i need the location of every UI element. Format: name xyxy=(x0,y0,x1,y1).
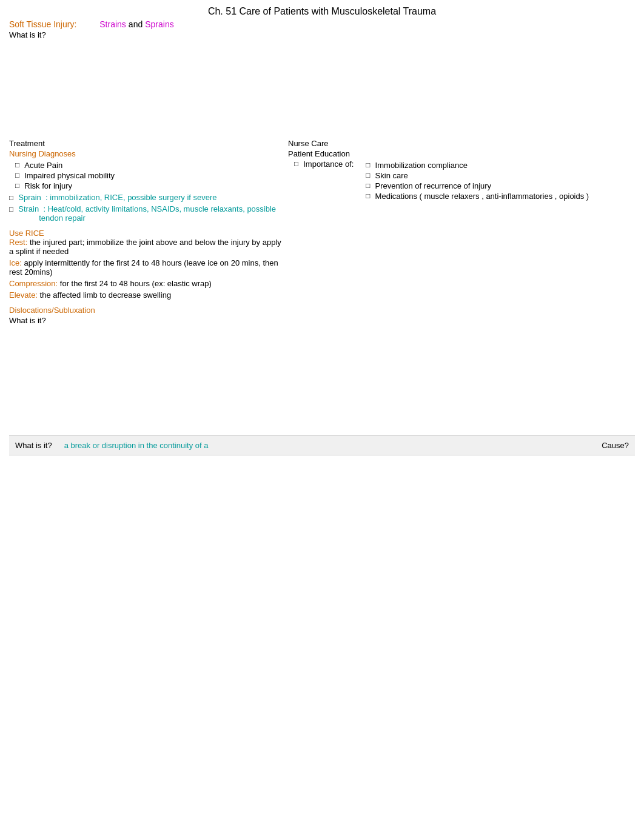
compression-text: for the first 24 to 48 hours (ex: elasti… xyxy=(60,279,212,288)
list-item: Prevention of recurrence of injury xyxy=(366,181,589,190)
bottom-middle-text: a break or disruption in the continuity … xyxy=(64,441,209,450)
soft-tissue-label: Soft Tissue Injury: xyxy=(9,19,76,29)
list-item: Medications ( muscle relaxers , anti-inf… xyxy=(366,192,589,201)
elevate-text: the affected limb to decrease swelling xyxy=(40,290,172,300)
subtitle-line: Soft Tissue Injury: Strains and Sprains xyxy=(9,19,635,29)
left-column: Treatment Nursing Diagnoses Acute Pain I… xyxy=(9,139,288,327)
rest-text: the injured part; immobilize the joint a… xyxy=(9,238,281,256)
strain-treatment: Strain : Heat/cold, activity limitations… xyxy=(9,204,282,223)
strains-text: Strains xyxy=(99,19,126,29)
nursing-diagnoses-list: Acute Pain Impaired physical mobility Ri… xyxy=(9,161,282,190)
dislocations-label: Dislocations/Subluxation xyxy=(9,306,282,315)
nursing-diagnoses-label: Nursing Diagnoses xyxy=(9,149,282,158)
spacer-top xyxy=(9,42,635,139)
compression-label: Compression: xyxy=(9,279,58,288)
list-item: Acute Pain xyxy=(15,161,282,170)
ice-label: Ice: xyxy=(9,258,22,267)
sprain-label: Sprain xyxy=(18,193,41,202)
strain-detail: : Heat/cold, activity limitations, NSAID… xyxy=(39,204,282,223)
list-item: Immobilization compliance xyxy=(366,161,589,170)
list-item: Impaired physical mobility xyxy=(15,171,282,180)
ice-text: apply intermittently for the first 24 to… xyxy=(9,258,278,277)
bottom-bar: What is it? a break or disruption in the… xyxy=(9,435,635,455)
rest-label: Rest: xyxy=(9,238,27,247)
treatment-label: Treatment xyxy=(9,139,282,148)
importance-item: Importance of: Immobilization compliance… xyxy=(294,159,628,203)
and-text: and xyxy=(129,19,143,29)
elevate-label: Elevate: xyxy=(9,290,38,300)
list-item: Risk for injury xyxy=(15,181,282,190)
patient-education-label: Patient Education xyxy=(288,149,628,158)
page-title: Ch. 51 Care of Patients with Musculoskel… xyxy=(9,6,635,17)
what-is-it: What is it? xyxy=(9,30,635,39)
main-content: Treatment Nursing Diagnoses Acute Pain I… xyxy=(9,139,635,327)
what-is-it2: What is it? xyxy=(9,316,282,325)
rest-item: Rest: the injured part; immobilize the j… xyxy=(9,238,282,256)
sprain-treatment: Sprain : immobilization, RICE, possible … xyxy=(9,193,282,202)
use-rice-label: Use RICE xyxy=(9,229,282,238)
bottom-cause: Cause? xyxy=(602,441,629,450)
sprain-detail: : immobilization, RICE, possible surgery… xyxy=(41,193,217,202)
ice-item: Ice: apply intermittently for the first … xyxy=(9,258,282,277)
right-column: Nurse Care Patient Education Importance … xyxy=(288,139,628,327)
strain-label: Strain xyxy=(18,204,39,213)
use-rice-section: Use RICE Rest: the injured part; immobil… xyxy=(9,229,282,300)
bottom-what-is-it: What is it? xyxy=(15,441,52,450)
sprains-text: Sprains xyxy=(145,19,173,29)
spacer-bottom xyxy=(9,332,635,435)
compression-item: Compression: for the first 24 to 48 hour… xyxy=(9,279,282,288)
elevate-item: Elevate: the affected limb to decrease s… xyxy=(9,290,282,300)
patient-education-list: Importance of: Immobilization compliance… xyxy=(288,159,628,203)
nurse-care-label: Nurse Care xyxy=(288,139,628,148)
list-item: Skin care xyxy=(366,171,589,180)
importance-sub-list: Immobilization compliance Skin care Prev… xyxy=(354,161,589,202)
